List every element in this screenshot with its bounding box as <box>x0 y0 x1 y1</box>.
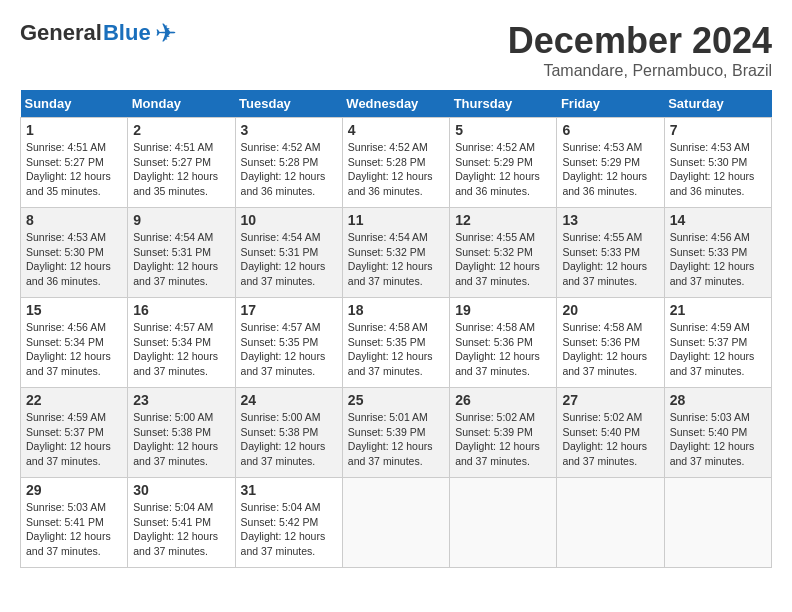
calendar-cell: 17Sunrise: 4:57 AMSunset: 5:35 PMDayligh… <box>235 298 342 388</box>
col-wednesday: Wednesday <box>342 90 449 118</box>
day-info: Sunrise: 5:00 AMSunset: 5:38 PMDaylight:… <box>241 410 337 469</box>
calendar-cell: 24Sunrise: 5:00 AMSunset: 5:38 PMDayligh… <box>235 388 342 478</box>
day-number: 19 <box>455 302 551 318</box>
day-number: 16 <box>133 302 229 318</box>
calendar-cell: 7Sunrise: 4:53 AMSunset: 5:30 PMDaylight… <box>664 118 771 208</box>
calendar-cell: 19Sunrise: 4:58 AMSunset: 5:36 PMDayligh… <box>450 298 557 388</box>
calendar-cell: 18Sunrise: 4:58 AMSunset: 5:35 PMDayligh… <box>342 298 449 388</box>
day-number: 2 <box>133 122 229 138</box>
logo: General Blue ✈ <box>20 20 177 46</box>
day-number: 9 <box>133 212 229 228</box>
month-title: December 2024 <box>508 20 772 62</box>
day-info: Sunrise: 4:58 AMSunset: 5:35 PMDaylight:… <box>348 320 444 379</box>
col-tuesday: Tuesday <box>235 90 342 118</box>
day-number: 12 <box>455 212 551 228</box>
day-number: 24 <box>241 392 337 408</box>
logo-bird-icon: ✈ <box>155 20 177 46</box>
calendar-cell: 25Sunrise: 5:01 AMSunset: 5:39 PMDayligh… <box>342 388 449 478</box>
day-number: 29 <box>26 482 122 498</box>
calendar-cell: 12Sunrise: 4:55 AMSunset: 5:32 PMDayligh… <box>450 208 557 298</box>
day-info: Sunrise: 4:55 AMSunset: 5:32 PMDaylight:… <box>455 230 551 289</box>
calendar-cell: 30Sunrise: 5:04 AMSunset: 5:41 PMDayligh… <box>128 478 235 568</box>
calendar-cell <box>342 478 449 568</box>
title-block: December 2024 Tamandare, Pernambuco, Bra… <box>508 20 772 80</box>
calendar-table: Sunday Monday Tuesday Wednesday Thursday… <box>20 90 772 568</box>
calendar-cell: 3Sunrise: 4:52 AMSunset: 5:28 PMDaylight… <box>235 118 342 208</box>
calendar-week-row: 22Sunrise: 4:59 AMSunset: 5:37 PMDayligh… <box>21 388 772 478</box>
calendar-cell: 28Sunrise: 5:03 AMSunset: 5:40 PMDayligh… <box>664 388 771 478</box>
calendar-cell: 31Sunrise: 5:04 AMSunset: 5:42 PMDayligh… <box>235 478 342 568</box>
calendar-cell: 6Sunrise: 4:53 AMSunset: 5:29 PMDaylight… <box>557 118 664 208</box>
col-thursday: Thursday <box>450 90 557 118</box>
day-info: Sunrise: 4:55 AMSunset: 5:33 PMDaylight:… <box>562 230 658 289</box>
day-info: Sunrise: 4:56 AMSunset: 5:33 PMDaylight:… <box>670 230 766 289</box>
day-info: Sunrise: 4:57 AMSunset: 5:34 PMDaylight:… <box>133 320 229 379</box>
col-saturday: Saturday <box>664 90 771 118</box>
calendar-cell: 15Sunrise: 4:56 AMSunset: 5:34 PMDayligh… <box>21 298 128 388</box>
day-info: Sunrise: 5:00 AMSunset: 5:38 PMDaylight:… <box>133 410 229 469</box>
calendar-cell: 8Sunrise: 4:53 AMSunset: 5:30 PMDaylight… <box>21 208 128 298</box>
day-number: 20 <box>562 302 658 318</box>
day-number: 7 <box>670 122 766 138</box>
page-header: General Blue ✈ December 2024 Tamandare, … <box>20 20 772 80</box>
day-number: 18 <box>348 302 444 318</box>
calendar-cell <box>557 478 664 568</box>
calendar-cell: 10Sunrise: 4:54 AMSunset: 5:31 PMDayligh… <box>235 208 342 298</box>
day-number: 11 <box>348 212 444 228</box>
calendar-week-row: 15Sunrise: 4:56 AMSunset: 5:34 PMDayligh… <box>21 298 772 388</box>
day-info: Sunrise: 4:58 AMSunset: 5:36 PMDaylight:… <box>455 320 551 379</box>
day-info: Sunrise: 4:57 AMSunset: 5:35 PMDaylight:… <box>241 320 337 379</box>
day-number: 23 <box>133 392 229 408</box>
day-info: Sunrise: 4:54 AMSunset: 5:31 PMDaylight:… <box>241 230 337 289</box>
calendar-cell: 23Sunrise: 5:00 AMSunset: 5:38 PMDayligh… <box>128 388 235 478</box>
header-row: Sunday Monday Tuesday Wednesday Thursday… <box>21 90 772 118</box>
calendar-cell <box>450 478 557 568</box>
calendar-cell: 2Sunrise: 4:51 AMSunset: 5:27 PMDaylight… <box>128 118 235 208</box>
day-number: 15 <box>26 302 122 318</box>
day-number: 13 <box>562 212 658 228</box>
day-info: Sunrise: 4:54 AMSunset: 5:32 PMDaylight:… <box>348 230 444 289</box>
day-info: Sunrise: 4:52 AMSunset: 5:28 PMDaylight:… <box>348 140 444 199</box>
day-info: Sunrise: 4:54 AMSunset: 5:31 PMDaylight:… <box>133 230 229 289</box>
col-sunday: Sunday <box>21 90 128 118</box>
day-number: 4 <box>348 122 444 138</box>
day-number: 22 <box>26 392 122 408</box>
day-info: Sunrise: 5:04 AMSunset: 5:42 PMDaylight:… <box>241 500 337 559</box>
location-subtitle: Tamandare, Pernambuco, Brazil <box>508 62 772 80</box>
calendar-cell: 11Sunrise: 4:54 AMSunset: 5:32 PMDayligh… <box>342 208 449 298</box>
day-info: Sunrise: 4:59 AMSunset: 5:37 PMDaylight:… <box>670 320 766 379</box>
calendar-cell <box>664 478 771 568</box>
calendar-cell: 26Sunrise: 5:02 AMSunset: 5:39 PMDayligh… <box>450 388 557 478</box>
day-info: Sunrise: 4:51 AMSunset: 5:27 PMDaylight:… <box>133 140 229 199</box>
calendar-week-row: 29Sunrise: 5:03 AMSunset: 5:41 PMDayligh… <box>21 478 772 568</box>
calendar-cell: 21Sunrise: 4:59 AMSunset: 5:37 PMDayligh… <box>664 298 771 388</box>
logo-blue-text: Blue <box>103 20 151 46</box>
calendar-cell: 4Sunrise: 4:52 AMSunset: 5:28 PMDaylight… <box>342 118 449 208</box>
day-info: Sunrise: 5:01 AMSunset: 5:39 PMDaylight:… <box>348 410 444 469</box>
calendar-cell: 1Sunrise: 4:51 AMSunset: 5:27 PMDaylight… <box>21 118 128 208</box>
day-info: Sunrise: 5:02 AMSunset: 5:40 PMDaylight:… <box>562 410 658 469</box>
day-number: 26 <box>455 392 551 408</box>
day-number: 30 <box>133 482 229 498</box>
day-info: Sunrise: 4:52 AMSunset: 5:29 PMDaylight:… <box>455 140 551 199</box>
calendar-week-row: 8Sunrise: 4:53 AMSunset: 5:30 PMDaylight… <box>21 208 772 298</box>
day-number: 5 <box>455 122 551 138</box>
day-number: 1 <box>26 122 122 138</box>
day-number: 31 <box>241 482 337 498</box>
day-info: Sunrise: 5:03 AMSunset: 5:41 PMDaylight:… <box>26 500 122 559</box>
day-number: 21 <box>670 302 766 318</box>
calendar-week-row: 1Sunrise: 4:51 AMSunset: 5:27 PMDaylight… <box>21 118 772 208</box>
day-info: Sunrise: 4:56 AMSunset: 5:34 PMDaylight:… <box>26 320 122 379</box>
calendar-cell: 22Sunrise: 4:59 AMSunset: 5:37 PMDayligh… <box>21 388 128 478</box>
day-number: 14 <box>670 212 766 228</box>
day-number: 6 <box>562 122 658 138</box>
calendar-cell: 5Sunrise: 4:52 AMSunset: 5:29 PMDaylight… <box>450 118 557 208</box>
calendar-cell: 29Sunrise: 5:03 AMSunset: 5:41 PMDayligh… <box>21 478 128 568</box>
logo-general: General <box>20 20 102 46</box>
day-number: 27 <box>562 392 658 408</box>
calendar-cell: 9Sunrise: 4:54 AMSunset: 5:31 PMDaylight… <box>128 208 235 298</box>
calendar-cell: 16Sunrise: 4:57 AMSunset: 5:34 PMDayligh… <box>128 298 235 388</box>
day-info: Sunrise: 5:03 AMSunset: 5:40 PMDaylight:… <box>670 410 766 469</box>
day-info: Sunrise: 4:53 AMSunset: 5:30 PMDaylight:… <box>670 140 766 199</box>
calendar-cell: 13Sunrise: 4:55 AMSunset: 5:33 PMDayligh… <box>557 208 664 298</box>
